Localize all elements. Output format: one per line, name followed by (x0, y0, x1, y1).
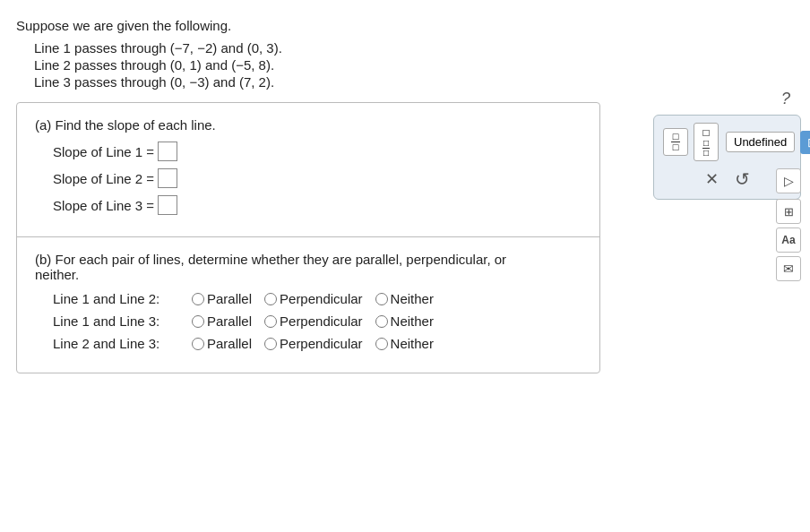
mixed-number-button[interactable]: □ □ □ (694, 123, 719, 161)
undefined-button[interactable]: Undefined (726, 132, 795, 152)
question-box: (a) Find the slope of each line. Slope o… (16, 102, 600, 373)
pair1-parallel-radio[interactable] (192, 293, 204, 305)
slope2-input[interactable] (158, 168, 177, 188)
undefined-label: Undefined (734, 135, 787, 149)
special-char-button[interactable]: ⊞ (800, 131, 810, 154)
part-b-title-prefix: (b) For each pair of lines, determine wh… (35, 252, 506, 267)
slope2-label: Slope of Line 2 = (53, 171, 154, 186)
pair2-row: Line 1 and Line 3: Parallel Perpendicula… (53, 313, 582, 329)
pair2-perpendicular-label: Perpendicular (280, 313, 363, 329)
pair3-parallel-radio[interactable] (192, 338, 204, 350)
slope2-row: Slope of Line 2 = (53, 168, 582, 188)
pair2-perpendicular-option[interactable]: Perpendicular (264, 313, 363, 329)
question-mark[interactable]: ? (781, 90, 790, 108)
pair2-parallel-label: Parallel (207, 313, 252, 329)
text-button[interactable]: Aa (776, 227, 801, 253)
pair1-neither-option[interactable]: Neither (375, 291, 434, 306)
pair2-label: Line 1 and Line 3: (53, 313, 192, 329)
part-a-title: (a) Find the slope of each line. (35, 117, 582, 133)
pair3-neither-label: Neither (391, 336, 434, 351)
side-action-panel: ▷ ⊞ Aa ✉ (776, 168, 801, 281)
pair3-neither-option[interactable]: Neither (375, 336, 434, 351)
line3-desc: Line 3 passes through (0, −3) and (7, 2)… (34, 74, 600, 90)
math-toolbar-row1: □ □ □ □ □ Undefined ⊞ (663, 123, 791, 161)
pair2-perpendicular-radio[interactable] (264, 315, 277, 328)
slope1-input[interactable] (158, 142, 177, 161)
grid-button[interactable]: ⊞ (776, 199, 801, 224)
slope1-label: Slope of Line 1 = (53, 144, 154, 159)
pair1-perpendicular-option[interactable]: Perpendicular (264, 291, 363, 306)
fraction-icon: □ □ (671, 132, 681, 152)
play-icon: ▷ (784, 174, 794, 188)
slope3-input[interactable] (158, 195, 177, 215)
pair3-parallel-label: Parallel (207, 336, 252, 351)
part-b-title-suffix: neither. (35, 267, 79, 282)
mail-icon: ✉ (783, 262, 794, 276)
line2-desc: Line 2 passes through (0, 1) and (−5, 8)… (34, 57, 600, 73)
line1-desc: Line 1 passes through (−7, −2) and (0, 3… (34, 40, 600, 56)
pair3-neither-radio[interactable] (375, 338, 388, 350)
pair3-perpendicular-option[interactable]: Perpendicular (264, 336, 363, 351)
pair1-options: Parallel Perpendicular Neither (192, 291, 446, 306)
text-icon: Aa (781, 234, 795, 246)
pair2-neither-label: Neither (391, 313, 434, 329)
mail-button[interactable]: ✉ (776, 256, 801, 281)
pair3-row: Line 2 and Line 3: Parallel Perpendicula… (53, 336, 582, 351)
slope3-row: Slope of Line 3 = (53, 195, 582, 215)
pair2-neither-radio[interactable] (375, 315, 388, 328)
play-button[interactable]: ▷ (776, 168, 801, 193)
pair1-perpendicular-radio[interactable] (264, 293, 277, 305)
intro-section: Suppose we are given the following. Line… (16, 18, 600, 90)
part-b-title: (b) For each pair of lines, determine wh… (35, 252, 582, 282)
pair2-options: Parallel Perpendicular Neither (192, 313, 446, 329)
pair3-parallel-option[interactable]: Parallel (192, 336, 252, 351)
grid-icon: ⊞ (784, 205, 794, 219)
pair3-options: Parallel Perpendicular Neither (192, 336, 446, 351)
pair1-neither-label: Neither (391, 291, 434, 306)
x-icon: ✕ (705, 169, 719, 189)
pair1-parallel-option[interactable]: Parallel (192, 291, 252, 306)
slope3-label: Slope of Line 3 = (53, 198, 154, 213)
pair1-label: Line 1 and Line 2: (53, 291, 192, 306)
math-toolbar-row2: ✕ ↺ (663, 168, 791, 190)
pair1-parallel-label: Parallel (207, 291, 252, 306)
mixed-number-icon: □ □ □ (699, 126, 713, 158)
pair3-perpendicular-label: Perpendicular (280, 336, 363, 351)
pair1-row: Line 1 and Line 2: Parallel Perpendicula… (53, 291, 582, 306)
slope1-row: Slope of Line 1 = (53, 142, 582, 161)
clear-button[interactable]: ✕ (705, 169, 719, 189)
suppose-text: Suppose we are given the following. (16, 18, 600, 33)
part-b: (b) For each pair of lines, determine wh… (17, 237, 599, 373)
pair2-neither-option[interactable]: Neither (375, 313, 434, 329)
undo-button[interactable]: ↺ (735, 168, 750, 190)
pair2-parallel-radio[interactable] (192, 315, 204, 328)
pair1-neither-radio[interactable] (375, 293, 388, 305)
pair3-label: Line 2 and Line 3: (53, 336, 192, 351)
pair2-parallel-option[interactable]: Parallel (192, 313, 252, 329)
undo-icon: ↺ (735, 168, 750, 190)
pair1-perpendicular-label: Perpendicular (280, 291, 363, 306)
fraction-button[interactable]: □ □ (663, 128, 688, 156)
pair3-perpendicular-radio[interactable] (264, 338, 277, 350)
part-a: (a) Find the slope of each line. Slope o… (17, 103, 599, 237)
